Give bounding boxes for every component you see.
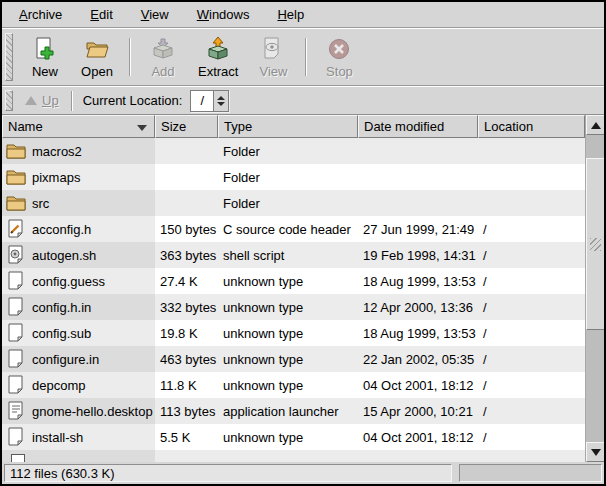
file-row-configure.in[interactable]: configure.in463 bytesunknown type22 Jan … [2,346,585,372]
date-cell: 12 Apr 2000, 13:36 [358,294,478,320]
type-cell: unknown type [218,320,358,346]
toolbar: NewOpenAddExtractViewStop [2,28,604,86]
menu-item-edit[interactable]: Edit [76,3,126,26]
scrollbar-grip [590,238,601,251]
generic-file-icon [6,427,26,447]
type-cell: unknown type [218,346,358,372]
name-cell: pixmaps [2,164,155,190]
location-cell: / [478,242,585,268]
location-combo[interactable]: / [190,90,229,112]
date-cell: 15 Apr 2000, 10:21 [358,398,478,424]
generic-file-icon [6,271,26,291]
open-archive-icon [84,36,110,62]
status-progress-panel [459,464,602,482]
table-row-partial[interactable] [2,450,585,462]
date-cell: 18 Aug 1999, 13:53 [358,320,478,346]
scrollbar-thumb[interactable] [586,158,605,330]
stop-button-label: Stop [326,64,353,79]
type-cell: shell script [218,242,358,268]
column-header-location[interactable]: Location [478,115,585,138]
file-row-src[interactable]: srcFolder [2,190,585,216]
size-cell: 11.8 K [155,372,218,398]
location-cell: / [478,268,585,294]
menu-item-archive[interactable]: Archive [5,3,76,26]
extract-icon [205,36,231,62]
location-cell: / [478,372,585,398]
open-button[interactable]: Open [71,33,123,82]
view-button[interactable]: View [247,33,299,82]
location-combo-dropdown-button[interactable] [213,91,228,111]
location-cell [478,190,585,216]
file-row-gnome-hello.desktop[interactable]: gnome-hello.desktop113 bytesapplication … [2,398,585,424]
column-header-type[interactable]: Type [218,115,358,138]
column-header-size[interactable]: Size [155,115,218,138]
file-row-config.h.in[interactable]: config.h.in332 bytesunknown type12 Apr 2… [2,294,585,320]
folder-icon [6,141,26,161]
date-cell: 19 Feb 1998, 14:31 [358,242,478,268]
c-header-file-icon [6,219,26,239]
type-cell: Folder [218,138,358,164]
file-row-config.sub[interactable]: config.sub19.8 Kunknown type18 Aug 1999,… [2,320,585,346]
file-list: NameSizeTypeDate modifiedLocation macros… [2,115,585,462]
name-cell: config.sub [2,320,155,346]
vertical-scrollbar[interactable] [585,115,604,462]
date-cell: 18 Aug 1999, 13:53 [358,268,478,294]
file-row-acconfig.h[interactable]: acconfig.h150 bytesC source code header2… [2,216,585,242]
size-cell: 332 bytes [155,294,218,320]
folder-icon [6,167,26,187]
toolbar-drag-handle[interactable] [5,33,13,81]
file-row-config.guess[interactable]: config.guess27.4 Kunknown type18 Aug 199… [2,268,585,294]
location-cell: / [478,346,585,372]
table-header-row: NameSizeTypeDate modifiedLocation [2,115,585,138]
name-cell: configure.in [2,346,155,372]
stop-button[interactable]: Stop [313,33,365,82]
up-button-label: Up [42,93,59,108]
location-bar-drag-handle[interactable] [5,90,13,111]
partial-file-icon [11,454,25,462]
type-cell: application launcher [218,398,358,424]
location-bar-separator [71,91,73,111]
location-cell: / [478,294,585,320]
stop-icon [326,36,352,62]
folder-icon [6,193,26,213]
view-file-icon [260,36,286,62]
column-header-date-modified[interactable]: Date modified [358,115,478,138]
date-cell [358,138,478,164]
add-button-label: Add [151,64,174,79]
type-cell: C source code header [218,216,358,242]
type-cell: Folder [218,164,358,190]
new-button-label: New [32,64,58,79]
menu-bar: ArchiveEditViewWindowsHelp [2,2,604,28]
date-cell [358,164,478,190]
file-row-autogen.sh[interactable]: autogen.sh363 bytesshell script19 Feb 19… [2,242,585,268]
combo-down-arrow-icon [217,102,225,106]
up-button[interactable]: Up [19,91,65,110]
new-button[interactable]: New [19,33,71,82]
menu-item-view[interactable]: View [127,3,183,26]
column-header-name[interactable]: Name [2,115,155,138]
toolbar-separator [129,38,131,76]
generic-file-icon [6,375,26,395]
size-cell: 363 bytes [155,242,218,268]
name-cell: autogen.sh [2,242,155,268]
menu-item-windows[interactable]: Windows [183,3,264,26]
menu-item-help[interactable]: Help [263,3,318,26]
view-button-label: View [259,64,287,79]
name-cell: src [2,190,155,216]
size-cell: 19.8 K [155,320,218,346]
scrollbar-up-button[interactable] [586,115,605,135]
current-location-label: Current Location: [83,93,183,108]
name-cell: gnome-hello.desktop [2,398,155,424]
location-combo-value: / [191,91,213,111]
file-row-pixmaps[interactable]: pixmapsFolder [2,164,585,190]
extract-button[interactable]: Extract [189,33,247,82]
scrollbar-down-button[interactable] [586,442,605,462]
file-row-macros2[interactable]: macros2Folder [2,138,585,164]
add-button[interactable]: Add [137,33,189,82]
date-cell: 04 Oct 2001, 18:12 [358,372,478,398]
size-cell [155,190,218,216]
file-row-depcomp[interactable]: depcomp11.8 Kunknown type04 Oct 2001, 18… [2,372,585,398]
location-bar: Up Current Location: / [2,86,604,115]
file-row-install-sh[interactable]: install-sh5.5 Kunknown type04 Oct 2001, … [2,424,585,450]
toolbar-separator [305,38,307,76]
